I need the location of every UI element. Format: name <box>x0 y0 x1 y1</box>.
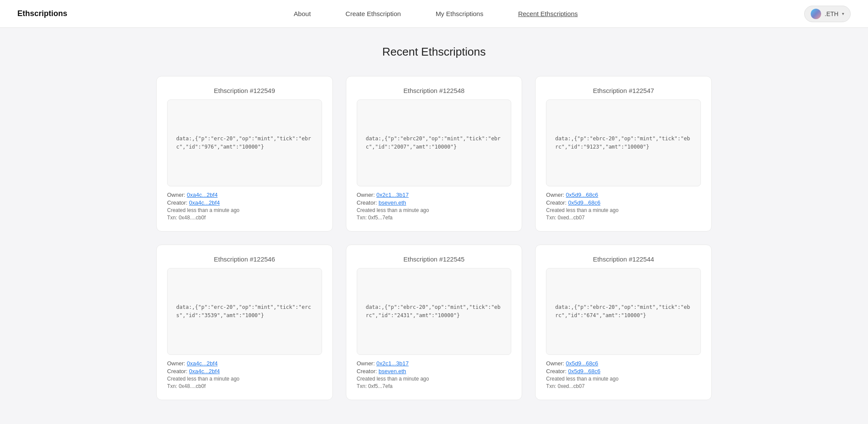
owner-line-2: Owner: 0x5d9...68c6 <box>546 192 701 198</box>
created-label-5: Created <box>546 376 565 382</box>
nav-link-mine[interactable]: My Ethscriptions <box>436 10 483 17</box>
creator-address-4[interactable]: bseven.eth <box>378 368 406 374</box>
creator-line-5: Creator: 0x5d9...68c6 <box>546 368 701 374</box>
card-122549: Ethscription #122549 data:,{"p":"erc-20"… <box>156 76 333 232</box>
txn-hash-5[interactable]: 0xed...cb07 <box>558 383 585 389</box>
card-meta-5: Owner: 0x5d9...68c6 Creator: 0x5d9...68c… <box>546 360 701 389</box>
owner-address-5[interactable]: 0x5d9...68c6 <box>566 360 598 367</box>
creator-address-5[interactable]: 0x5d9...68c6 <box>568 368 600 374</box>
owner-label-4: Owner: <box>357 360 375 367</box>
created-time-2[interactable]: less than a minute ago <box>566 207 618 213</box>
owner-address-0[interactable]: 0xa4c...2bf4 <box>187 192 218 198</box>
card-preview-text-5: data:,{"p":"ebrc-20","op":"mint","tick":… <box>555 303 692 320</box>
card-122548: Ethscription #122548 data:,{"p":"ebrc20"… <box>346 76 523 232</box>
card-preview-text-1: data:,{"p":"ebrc20","op":"mint","tick":"… <box>366 135 503 151</box>
nav-link-recent[interactable]: Recent Ethscriptions <box>518 10 578 17</box>
txn-hash-0[interactable]: 0x48....cb0f <box>179 215 206 221</box>
created-label-1: Created <box>357 207 375 213</box>
owner-line-3: Owner: 0xa4c...2bf4 <box>167 360 322 367</box>
txn-line-3: Txn: 0x48....cb0f <box>167 383 322 389</box>
owner-address-1[interactable]: 0x2c1...3b17 <box>376 192 408 198</box>
card-meta-1: Owner: 0x2c1...3b17 Creator: bseven.eth … <box>357 192 512 221</box>
nav-logo[interactable]: Ethscriptions <box>17 9 67 18</box>
owner-label-3: Owner: <box>167 360 185 367</box>
creator-label-0: Creator: <box>167 199 187 206</box>
txn-hash-3[interactable]: 0x48....cb0f <box>179 383 206 389</box>
card-meta-0: Owner: 0xa4c...2bf4 Creator: 0xa4c...2bf… <box>167 192 322 221</box>
card-122545: Ethscription #122545 data:,{"p":"ebrc-20… <box>346 245 523 400</box>
card-preview-2: data:,{"p":"ebrc-20","op":"mint","tick":… <box>546 99 701 186</box>
txn-line-2: Txn: 0xed...cb07 <box>546 215 701 221</box>
created-line-0: Created less than a minute ago <box>167 207 322 213</box>
card-preview-4: data:,{"p":"ebrc-20","op":"mint","tick":… <box>357 268 512 355</box>
creator-line-3: Creator: 0xa4c...2bf4 <box>167 368 322 374</box>
owner-label-2: Owner: <box>546 192 564 198</box>
card-meta-3: Owner: 0xa4c...2bf4 Creator: 0xa4c...2bf… <box>167 360 322 389</box>
creator-label-1: Creator: <box>357 199 377 206</box>
card-title-1: Ethscription #122548 <box>357 87 512 94</box>
owner-label-1: Owner: <box>357 192 375 198</box>
wallet-button[interactable]: .ETH ▾ <box>804 6 851 22</box>
owner-address-2[interactable]: 0x5d9...68c6 <box>566 192 598 198</box>
creator-label-2: Creator: <box>546 199 566 206</box>
owner-address-4[interactable]: 0x2c1...3b17 <box>376 360 408 367</box>
owner-label-5: Owner: <box>546 360 564 367</box>
creator-line-2: Creator: 0x5d9...68c6 <box>546 199 701 206</box>
wallet-avatar <box>811 9 821 19</box>
card-122547: Ethscription #122547 data:,{"p":"ebrc-20… <box>535 76 712 232</box>
owner-address-3[interactable]: 0xa4c...2bf4 <box>187 360 218 367</box>
txn-hash-1[interactable]: 0xf5...7efa <box>368 215 392 221</box>
created-line-4: Created less than a minute ago <box>357 376 512 382</box>
card-title-0: Ethscription #122549 <box>167 87 322 94</box>
creator-label-4: Creator: <box>357 368 377 374</box>
owner-line-4: Owner: 0x2c1...3b17 <box>357 360 512 367</box>
created-line-2: Created less than a minute ago <box>546 207 701 213</box>
card-meta-4: Owner: 0x2c1...3b17 Creator: bseven.eth … <box>357 360 512 389</box>
nav-link-about[interactable]: About <box>294 10 311 17</box>
creator-label-3: Creator: <box>167 368 187 374</box>
main-content: Recent Ethscriptions Ethscription #12254… <box>130 28 738 417</box>
creator-address-2[interactable]: 0x5d9...68c6 <box>568 199 600 206</box>
card-122546: Ethscription #122546 data:,{"p":"erc-20"… <box>156 245 333 400</box>
creator-address-3[interactable]: 0xa4c...2bf4 <box>189 368 220 374</box>
nav-links: About Create Ethscription My Ethscriptio… <box>294 10 578 17</box>
txn-line-1: Txn: 0xf5...7efa <box>357 215 512 221</box>
navbar: Ethscriptions About Create Ethscription … <box>0 0 868 28</box>
created-line-3: Created less than a minute ago <box>167 376 322 382</box>
card-meta-2: Owner: 0x5d9...68c6 Creator: 0x5d9...68c… <box>546 192 701 221</box>
card-title-2: Ethscription #122547 <box>546 87 701 94</box>
owner-label-0: Owner: <box>167 192 185 198</box>
card-preview-1: data:,{"p":"ebrc20","op":"mint","tick":"… <box>357 99 512 186</box>
txn-label-0: Txn: <box>167 215 177 221</box>
owner-line-1: Owner: 0x2c1...3b17 <box>357 192 512 198</box>
txn-hash-4[interactable]: 0xf5...7efa <box>368 383 392 389</box>
txn-label-2: Txn: <box>546 215 556 221</box>
card-preview-5: data:,{"p":"ebrc-20","op":"mint","tick":… <box>546 268 701 355</box>
creator-label-5: Creator: <box>546 368 566 374</box>
created-time-4[interactable]: less than a minute ago <box>377 376 429 382</box>
created-label-0: Created <box>167 207 186 213</box>
nav-link-create[interactable]: Create Ethscription <box>345 10 401 17</box>
created-time-0[interactable]: less than a minute ago <box>187 207 240 213</box>
cards-grid: Ethscription #122549 data:,{"p":"erc-20"… <box>156 76 712 400</box>
created-line-1: Created less than a minute ago <box>357 207 512 213</box>
txn-line-5: Txn: 0xed...cb07 <box>546 383 701 389</box>
created-time-5[interactable]: less than a minute ago <box>566 376 618 382</box>
created-time-1[interactable]: less than a minute ago <box>377 207 429 213</box>
card-122544: Ethscription #122544 data:,{"p":"ebrc-20… <box>535 245 712 400</box>
card-preview-3: data:,{"p":"erc-20","op":"mint","tick":"… <box>167 268 322 355</box>
txn-line-0: Txn: 0x48....cb0f <box>167 215 322 221</box>
txn-hash-2[interactable]: 0xed...cb07 <box>558 215 585 221</box>
created-time-3[interactable]: less than a minute ago <box>187 376 240 382</box>
creator-address-0[interactable]: 0xa4c...2bf4 <box>189 199 220 206</box>
created-line-5: Created less than a minute ago <box>546 376 701 382</box>
txn-label-3: Txn: <box>167 383 177 389</box>
txn-line-4: Txn: 0xf5...7efa <box>357 383 512 389</box>
card-preview-text-4: data:,{"p":"ebrc-20","op":"mint","tick":… <box>366 303 503 320</box>
card-title-3: Ethscription #122546 <box>167 255 322 263</box>
txn-label-5: Txn: <box>546 383 556 389</box>
txn-label-4: Txn: <box>357 383 367 389</box>
card-title-5: Ethscription #122544 <box>546 255 701 263</box>
creator-line-1: Creator: bseven.eth <box>357 199 512 206</box>
creator-address-1[interactable]: bseven.eth <box>378 199 406 206</box>
